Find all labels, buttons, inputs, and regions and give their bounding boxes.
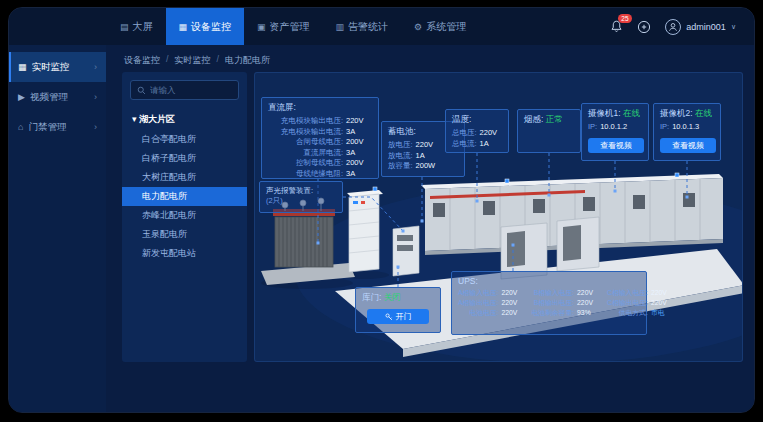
door-title: 库门: [362, 292, 381, 302]
metric-label: 放电流: [388, 151, 413, 162]
search-icon [137, 86, 146, 95]
chevron-right-icon: › [94, 122, 97, 132]
bigscreen-icon: ▤ [120, 22, 129, 32]
metric-label: B相输入电压: [534, 288, 574, 298]
tree-root-label: 湖大片区 [139, 114, 175, 124]
callout-sound-light-alarm: 声光报警装置: (2只) [259, 181, 343, 213]
breadcrumb-item[interactable]: 电力配电所 [225, 54, 270, 67]
avatar [665, 19, 681, 35]
ip-label: IP: [588, 122, 597, 133]
view-video-button[interactable]: 查看视频 [660, 138, 716, 153]
top-nav: ▤ 大屏 ▦ 设备监控 ▣ 资产管理 ▥ 告警统计 ⚙ 系统管理 25 [9, 8, 754, 45]
metric-label: 电池电压: [469, 308, 498, 318]
smoke-title: 烟感: [524, 114, 543, 124]
metric-value: 220V [501, 308, 523, 318]
notification-bell-button[interactable]: 25 [610, 20, 623, 33]
tree-item-station[interactable]: 玉泉配电所 [122, 225, 247, 244]
user-icon [668, 22, 678, 32]
breadcrumb-item[interactable]: 实时监控 [175, 54, 211, 67]
metric-value: 1A [416, 151, 442, 162]
video-icon: ▶ [18, 92, 25, 102]
metric-value: 220V [501, 288, 523, 298]
nav-item-system[interactable]: ⚙ 系统管理 [401, 8, 479, 45]
tree-item-station-selected[interactable]: 电力配电所 [122, 187, 247, 206]
alarm-count: (2只) [266, 196, 336, 206]
user-menu[interactable]: admin001 ∨ [665, 19, 736, 35]
metric-value: 3A [346, 169, 372, 180]
monitor-icon: ▦ [179, 22, 188, 32]
tree-item-station[interactable]: 赤峰北配电所 [122, 206, 247, 225]
alarm-title: 声光报警装置: [266, 186, 336, 196]
tree-root-node[interactable]: ▾ 湖大片区 [122, 110, 247, 130]
metric-label: C相输出电压: [607, 298, 648, 308]
view-video-button[interactable]: 查看视频 [588, 138, 644, 153]
tree-item-station[interactable]: 大树庄配电所 [122, 168, 247, 187]
nav-right-cluster: 25 admin001 ∨ [610, 8, 754, 45]
tree-item-station[interactable]: 新发屯配电站 [122, 244, 247, 263]
metric-value: 220V [577, 298, 599, 308]
sidebar-item-realtime-monitor[interactable]: ▦ 实时监控 › [9, 52, 106, 82]
metric-value: 220V [480, 128, 502, 139]
tree-item-station[interactable]: 白桥子配电所 [122, 149, 247, 168]
nav-item-assets[interactable]: ▣ 资产管理 [244, 8, 323, 45]
metric-label: 总电流: [452, 139, 477, 150]
nav-label: 设备监控 [191, 20, 231, 34]
metric-label: 充电模块输出电压: [281, 116, 343, 127]
station-tree-panel: ▾ 湖大片区 白合亭配电所 白桥子配电所 大树庄配电所 电力配电所 赤峰北配电所… [122, 72, 247, 362]
door-status: 关闭 [384, 292, 401, 302]
nav-label: 资产管理 [270, 20, 310, 34]
nav-item-bigscreen[interactable]: ▤ 大屏 [107, 8, 166, 45]
sidebar-item-video-management[interactable]: ▶ 视频管理 › [9, 82, 106, 112]
metric-value: 220V [346, 116, 372, 127]
camera2-title: 摄像机2: [660, 108, 693, 118]
nav-label: 告警统计 [348, 20, 388, 34]
metric-label: A相输出电压: [458, 298, 498, 308]
search-input[interactable] [150, 85, 232, 95]
ups-column-b: B相输入电压:220V B相输出电压:220V 电池剩余容量:93% [531, 288, 599, 318]
callout-door: 库门: 关闭 开门 [355, 287, 441, 333]
tree-item-station[interactable]: 白合亭配电所 [122, 130, 247, 149]
metric-label: 控制母线电压: [296, 158, 343, 169]
key-icon [385, 313, 393, 321]
chevron-down-icon: ∨ [731, 23, 736, 31]
metric-label: B相输出电压: [534, 298, 574, 308]
camera2-ip: 10.0.1.3 [672, 122, 699, 133]
nav-item-device-monitor[interactable]: ▦ 设备监控 [166, 8, 245, 45]
metric-value: 220V [651, 298, 673, 308]
temperature-title: 温度: [452, 114, 502, 126]
tree-search [130, 80, 239, 100]
callout-ups: UPS: A相输入电压:220V A相输出电压:220V 电池电压:220V B… [451, 271, 647, 335]
metric-value: 220V [501, 298, 523, 308]
nav-item-alarm-stats[interactable]: ▥ 告警统计 [323, 8, 402, 45]
sidebar: ▦ 实时监控 › ▶ 视频管理 › ⌂ 门禁管理 › [9, 45, 106, 412]
view-video-label: 查看视频 [600, 140, 632, 151]
sidebar-label: 实时监控 [32, 61, 70, 74]
door-icon: ⌂ [18, 122, 23, 132]
callout-camera-1: 摄像机1: 在线 IP:10.0.1.2 查看视频 [581, 103, 649, 161]
dc-panel-title: 直流屏: [268, 102, 372, 114]
ip-label: IP: [660, 122, 669, 133]
metric-value: 93% [577, 308, 599, 318]
metric-label: 电池剩余容量: [531, 308, 574, 318]
open-door-label: 开门 [396, 311, 412, 322]
metric-value: 200W [416, 161, 442, 172]
open-door-button[interactable]: 开门 [367, 309, 429, 324]
fullscreen-button[interactable] [637, 20, 651, 34]
sidebar-item-access-control[interactable]: ⌂ 门禁管理 › [9, 112, 106, 142]
smoke-status: 正常 [546, 114, 563, 124]
camera1-status: 在线 [623, 108, 640, 118]
metric-label: 总电压: [452, 128, 477, 139]
metric-label: C相输入电压: [607, 288, 648, 298]
fullscreen-icon [637, 20, 651, 34]
chevron-right-icon: › [94, 92, 97, 102]
metric-value: 200V [346, 158, 372, 169]
app-window: ▤ 大屏 ▦ 设备监控 ▣ 资产管理 ▥ 告警统计 ⚙ 系统管理 25 [8, 7, 755, 413]
metric-value: 3A [346, 148, 372, 159]
metric-label: 合闸母线电压: [296, 137, 343, 148]
ups-column-c: C相输入电压:220V C相输出电压:220V 供电方式:市电 [607, 288, 673, 318]
breadcrumb-item[interactable]: 设备监控 [124, 54, 160, 67]
metric-label: 母线绝缘电阻: [296, 169, 343, 180]
ups-title: UPS: [458, 276, 640, 286]
metric-value: 1A [480, 139, 502, 150]
sidebar-label: 门禁管理 [28, 121, 66, 134]
